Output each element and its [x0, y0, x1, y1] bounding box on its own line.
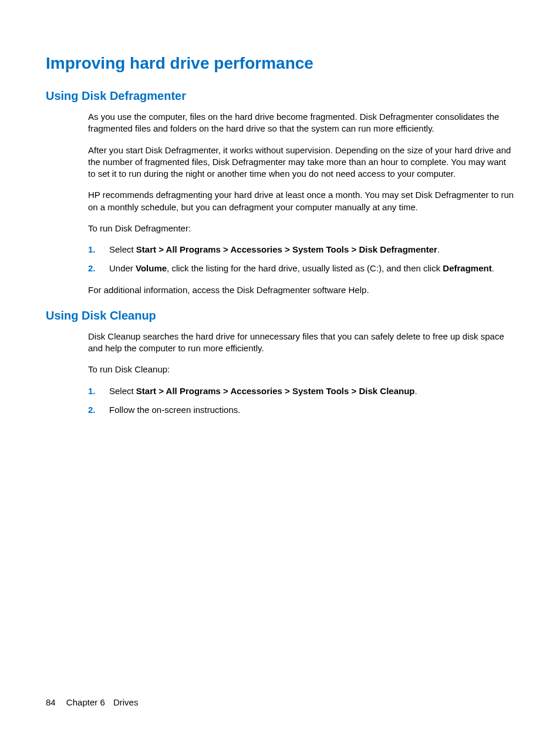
step-text: Select: [109, 244, 136, 254]
section-body-defragmenter: As you use the computer, files on the ha…: [88, 111, 514, 296]
section-body-cleanup: Disk Cleanup searches the hard drive for…: [88, 331, 514, 416]
step-number: 1.: [88, 244, 96, 256]
document-page: Improving hard drive performance Using D…: [0, 0, 560, 416]
step-text: , click the listing for the hard drive, …: [167, 263, 443, 273]
step-bold: Start > All Programs > Accessories > Sys…: [136, 244, 437, 254]
section-heading-defragmenter: Using Disk Defragmenter: [46, 89, 514, 103]
step-item: 1. Select Start > All Programs > Accesso…: [88, 244, 514, 256]
step-text: Follow the on-screen instructions.: [109, 405, 240, 415]
step-number: 1.: [88, 385, 96, 397]
step-bold: Volume: [136, 263, 167, 273]
step-bold: Defragment: [443, 263, 491, 273]
step-text: .: [492, 263, 494, 273]
section-heading-cleanup: Using Disk Cleanup: [46, 309, 514, 322]
paragraph: To run Disk Cleanup:: [88, 364, 514, 375]
step-list: 1. Select Start > All Programs > Accesso…: [88, 385, 514, 416]
page-footer: 84 Chapter 6 Drives: [46, 697, 138, 707]
paragraph: HP recommends defragmenting your hard dr…: [88, 189, 514, 213]
step-text: Select: [109, 386, 136, 396]
step-item: 2. Under Volume, click the listing for t…: [88, 263, 514, 274]
paragraph: For additional information, access the D…: [88, 284, 514, 296]
step-bold: Start > All Programs > Accessories > Sys…: [136, 386, 415, 396]
paragraph: Disk Cleanup searches the hard drive for…: [88, 331, 514, 355]
step-number: 2.: [88, 404, 96, 416]
paragraph: After you start Disk Defragmenter, it wo…: [88, 145, 514, 180]
page-title: Improving hard drive performance: [46, 54, 514, 73]
step-list: 1. Select Start > All Programs > Accesso…: [88, 244, 514, 275]
step-text: Under: [109, 263, 136, 273]
step-number: 2.: [88, 263, 96, 274]
page-number: 84: [46, 697, 56, 707]
paragraph: As you use the computer, files on the ha…: [88, 111, 514, 135]
step-item: 2. Follow the on-screen instructions.: [88, 404, 514, 416]
step-text: .: [415, 386, 417, 396]
step-item: 1. Select Start > All Programs > Accesso…: [88, 385, 514, 397]
section-label: Drives: [113, 697, 139, 707]
step-text: .: [437, 244, 440, 254]
chapter-label: Chapter 6: [66, 697, 105, 707]
paragraph: To run Disk Defragmenter:: [88, 223, 514, 234]
